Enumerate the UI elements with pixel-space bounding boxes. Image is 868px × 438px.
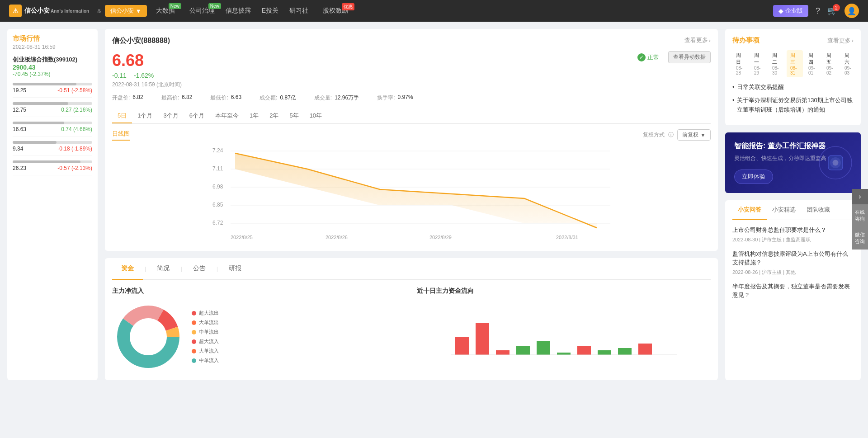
legend-dot-3: [192, 330, 196, 334]
nav-divider: &: [97, 8, 101, 14]
bottom-left-section: 主力净流入 超大流出: [112, 287, 406, 373]
ad-cta-btn[interactable]: 立即体验: [734, 170, 773, 184]
period-2y[interactable]: 2年: [264, 109, 284, 123]
adjust-btn[interactable]: 前复权 ▼: [677, 129, 711, 141]
legend-dot-4: [192, 339, 196, 344]
week-tab-sun[interactable]: 周日 08-28: [732, 50, 749, 77]
week-tab-mon[interactable]: 周一 08-29: [750, 50, 767, 77]
qa-tab-ask[interactable]: 小安问答: [732, 200, 767, 220]
stock-price-1: 19.25: [13, 87, 26, 94]
svg-point-33: [833, 160, 839, 166]
period-1m[interactable]: 1个月: [132, 109, 158, 123]
donut-chart: [112, 301, 184, 373]
week-tab-tue[interactable]: 周二 08-30: [769, 50, 785, 77]
stock-change-row: -0.11 -1.62%: [112, 72, 154, 79]
week-tab-sat[interactable]: 周六 09-03: [841, 50, 854, 77]
period-5y[interactable]: 5年: [284, 109, 304, 123]
svg-text:6.98: 6.98: [212, 184, 223, 190]
badge-sale-equity: 优惠: [342, 3, 354, 10]
svg-rect-22: [516, 346, 530, 355]
stock-item-5[interactable]: 26.23 -0.57 (-2.13%): [13, 160, 92, 175]
stock-chart: 7.24 7.11 6.98 6.85 6.72: [112, 144, 711, 244]
svg-text:7.11: 7.11: [212, 165, 223, 172]
stock-stats: 开盘价: 6.82 最高价: 6.82 最低价: 6.63 成交额: 0.87亿…: [112, 94, 711, 102]
todo-header: 待办事项 查看更多 ›: [732, 36, 854, 45]
svg-text:2022/8/25: 2022/8/25: [231, 235, 253, 240]
chart-type-label: 日线图: [112, 130, 130, 141]
index-value: 2900.43: [13, 64, 92, 71]
tab-announcement[interactable]: 公告: [184, 258, 215, 280]
price-change-abs: -0.11: [112, 72, 127, 79]
right-panel: 待办事项 查看更多 › 周日 08-28 周一 08-29 周二 08-30: [725, 29, 861, 380]
user-avatar[interactable]: 👤: [844, 4, 859, 18]
bottom-right-section: 近十日主力资金流向: [417, 287, 711, 373]
week-tab-fri[interactable]: 周五 09-02: [823, 50, 839, 77]
legend-dot-5: [192, 349, 196, 353]
qa-item-1[interactable]: 上市公司财务总监任职要求是什么？ 2022-08-30 | 沪市主板 | 董监高…: [732, 226, 854, 243]
period-1y[interactable]: 1年: [244, 109, 264, 123]
current-menu-btn[interactable]: 信公小安 ▼: [105, 5, 147, 17]
stock-item-4[interactable]: 9.34 -0.18 (-1.89%): [13, 141, 92, 156]
week-tab-thu[interactable]: 周四 09-01: [805, 50, 821, 77]
next-arrow-btn[interactable]: ›: [852, 189, 868, 204]
nav-item-disclosure[interactable]: 信息披露: [226, 7, 251, 15]
todo-view-more[interactable]: 查看更多 ›: [827, 37, 854, 45]
stat-open: 开盘价: 6.82: [112, 94, 143, 102]
view-abnormal-btn[interactable]: 查看异动数据: [668, 51, 711, 63]
online-consult-btn[interactable]: 在线咨询: [852, 204, 868, 227]
notification-icon-btn[interactable]: 🛒 2: [827, 6, 837, 16]
qa-tabs: 小安问答 小安精选 团队收藏: [732, 200, 854, 220]
nav-right: ◆ 企业版 ? 🛒 2 👤: [773, 4, 859, 18]
nav-logo[interactable]: ⚠ 信公小安 Ann's Information: [9, 5, 89, 17]
nav-item-bigdata[interactable]: 大数据 New: [156, 7, 175, 15]
qa-question-1[interactable]: 上市公司财务总监任职要求是什么？: [732, 226, 854, 235]
view-more-btn[interactable]: 查看更多 ›: [684, 36, 711, 44]
stock-item-2[interactable]: 12.75 0.27 (2.16%): [13, 102, 92, 117]
qa-item-2[interactable]: 监管机构对信息披露评级为A上市公司有什么支持措施？ 2022-08-26 | 沪…: [732, 250, 854, 276]
enterprise-btn[interactable]: ◆ 企业版: [773, 5, 808, 17]
svg-rect-27: [618, 348, 632, 355]
bottom-tabs: 资金 | 简况 | 公告 | 研报: [112, 258, 711, 280]
legend-item-3: 中单流出: [192, 329, 219, 335]
help-icon-btn[interactable]: ?: [816, 6, 820, 16]
bottom-content: 主力净流入 超大流出: [112, 280, 711, 380]
nav-item-etouguang[interactable]: E投关: [262, 7, 278, 15]
period-ytd[interactable]: 本年至今: [210, 109, 244, 123]
stock-item-3[interactable]: 16.63 0.74 (4.66%): [13, 122, 92, 137]
period-6m[interactable]: 6个月: [184, 109, 210, 123]
stock-price-2: 12.75: [13, 107, 26, 113]
donut-area: 超大流出 大单流出 中单流出: [112, 301, 406, 373]
stat-volume: 成交额: 0.87亿: [259, 94, 296, 102]
stat-low-val: 6.63: [231, 94, 241, 102]
svg-rect-28: [638, 344, 652, 355]
legend-item-4: 超大流入: [192, 338, 219, 345]
tab-overview[interactable]: 简况: [148, 258, 179, 280]
qa-item-3[interactable]: 半年度报告及其摘要，独立董事是否需要发表意见？: [732, 282, 854, 300]
stat-high: 最高价: 6.82: [161, 94, 193, 102]
qa-tab-selected[interactable]: 小安精选: [767, 200, 801, 220]
period-10y[interactable]: 10年: [304, 109, 327, 123]
week-tab-wed[interactable]: 周三 08-31: [787, 50, 803, 77]
stat-open-val: 6.82: [132, 94, 143, 102]
stock-item-1[interactable]: 19.25 -0.51 (-2.58%): [13, 83, 92, 98]
period-3m[interactable]: 3个月: [158, 109, 184, 123]
qa-meta-1: 2022-08-30 | 沪市主板 | 董监高履职: [732, 236, 854, 243]
period-5d[interactable]: 5日: [112, 109, 132, 123]
todo-item-1[interactable]: 日常关联交易提醒: [732, 83, 854, 92]
legend-dot-6: [192, 358, 196, 363]
tab-research[interactable]: 研报: [220, 258, 250, 280]
nav-item-governance[interactable]: 公司治理 New: [189, 7, 215, 15]
qa-tab-team[interactable]: 团队收藏: [801, 200, 835, 220]
svg-rect-24: [557, 353, 571, 355]
nav-item-yaxishe[interactable]: 研习社: [289, 7, 308, 15]
wechat-consult-btn[interactable]: 微信咨询: [852, 227, 868, 250]
qa-meta-2: 2022-08-26 | 沪市主板 | 其他: [732, 269, 854, 276]
todo-item-2[interactable]: 关于举办深圳证劵交易所第130期上市公司独立董事培训班（后续培训）的通知: [732, 96, 854, 115]
tab-capital[interactable]: 资金: [112, 258, 143, 280]
nav-item-equity[interactable]: 股权激励 优惠: [323, 7, 348, 15]
qa-question-2[interactable]: 监管机构对信息披露评级为A上市公司有什么支持措施？: [732, 250, 854, 267]
stock-price-4: 9.34: [13, 146, 23, 152]
qa-question-3[interactable]: 半年度报告及其摘要，独立董事是否需要发表意见？: [732, 282, 854, 300]
stock-change-4: -0.18 (-1.89%): [57, 146, 92, 152]
legend-item-1: 超大流出: [192, 310, 219, 316]
